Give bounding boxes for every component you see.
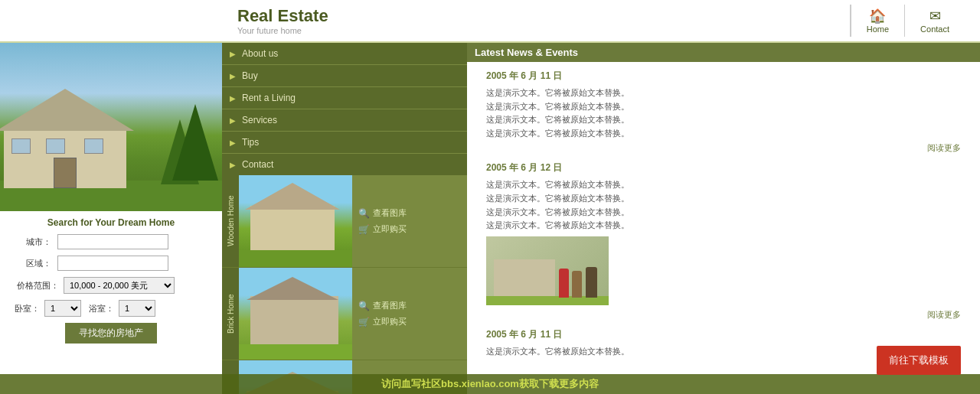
price-label: 价格范围： xyxy=(9,280,59,291)
view-gallery-1[interactable]: 🔍 查看图库 xyxy=(358,207,461,219)
cart-icon: 🛒 xyxy=(358,224,370,235)
contact-icon: ✉ xyxy=(929,8,941,24)
bedroom-label: 卧室： xyxy=(9,303,40,314)
home-card-actions-1: 🔍 查看图库 🛒 立即购买 xyxy=(352,175,467,267)
arrow-icon: ▶ xyxy=(230,50,236,58)
gallery-icon: 🔍 xyxy=(358,208,370,219)
arrow-icon: ▶ xyxy=(230,116,236,125)
news-text-1-1: 这是演示文本。它将被原始文本替换。 xyxy=(486,100,961,114)
buy-now-2[interactable]: 🛒 立即购买 xyxy=(358,316,461,327)
featured-home-3: Home xyxy=(222,360,467,394)
gallery-icon-2: 🔍 xyxy=(358,301,370,311)
arrow-icon: ▶ xyxy=(230,138,236,147)
search-button[interactable]: 寻找您的房地产 xyxy=(65,323,157,344)
news-text-2-2: 这是演示文本。它将被原始文本替换。 xyxy=(486,206,961,220)
home-icon: 🏠 xyxy=(869,8,886,24)
news-text-1-0: 这是演示文本。它将被原始文本替换。 xyxy=(486,86,961,100)
nav-contact[interactable]: ✉ Contact xyxy=(904,5,965,37)
district-label: 区域： xyxy=(9,258,51,269)
featured-home-1: Wooden Home 🔍 查看图库 🛒 立即购买 xyxy=(222,175,467,268)
search-title: Search for Your Dream Home xyxy=(9,217,213,228)
bathroom-label: 浴室： xyxy=(89,303,114,314)
nav-contact-menu[interactable]: ▶ Contact xyxy=(222,154,467,175)
header-navigation: 🏠 Home ✉ Contact xyxy=(850,5,965,37)
nav-about[interactable]: ▶ About us xyxy=(222,43,467,65)
news-date-3: 2005 年 6 月 11 日 xyxy=(486,328,961,341)
home-image-3 xyxy=(239,360,352,394)
arrow-icon: ▶ xyxy=(230,94,236,103)
home-type-label-3: Home xyxy=(222,360,239,394)
bedroom-select[interactable]: 1234 xyxy=(44,300,81,317)
nav-tips[interactable]: ▶ Tips xyxy=(222,132,467,154)
news-image-2 xyxy=(486,236,609,305)
home-image-2 xyxy=(239,268,352,360)
home-card-actions-3 xyxy=(352,360,467,394)
news-panel: Latest News & Events 2005 年 6 月 11 日 这是演… xyxy=(467,43,980,394)
city-label: 城市： xyxy=(9,236,51,248)
nav-buy[interactable]: ▶ Buy xyxy=(222,65,467,87)
news-date-2: 2005 年 6 月 12 日 xyxy=(486,161,961,174)
read-more-2[interactable]: 阅读更多 xyxy=(486,309,961,321)
news-title: Latest News & Events xyxy=(467,43,980,62)
home-type-label-2: Brick Home xyxy=(222,268,239,360)
hero-image xyxy=(0,43,222,211)
view-gallery-2[interactable]: 🔍 查看图库 xyxy=(358,300,461,311)
arrow-icon: ▶ xyxy=(230,161,236,169)
nav-home[interactable]: 🏠 Home xyxy=(851,5,904,37)
site-title: Real Estate Your future home xyxy=(237,6,328,35)
news-item-1: 2005 年 6 月 11 日 这是演示文本。它将被原始文本替换。 这是演示文本… xyxy=(479,70,969,154)
news-text-1-3: 这是演示文本。它将被原始文本替换。 xyxy=(486,127,961,141)
bathroom-select[interactable]: 1234 xyxy=(119,300,155,317)
home-image-1 xyxy=(239,175,352,267)
news-text-2-1: 这是演示文本。它将被原始文本替换。 xyxy=(486,192,961,206)
news-item-2: 2005 年 6 月 12 日 这是演示文本。它将被原始文本替换。 这是演示文本… xyxy=(479,161,969,320)
price-select[interactable]: 10,000 - 20,000 美元 xyxy=(64,277,175,294)
news-text-2-0: 这是演示文本。它将被原始文本替换。 xyxy=(486,178,961,192)
featured-home-2: Brick Home 🔍 查看图库 🛒 立即购买 xyxy=(222,268,467,360)
buy-now-1[interactable]: 🛒 立即购买 xyxy=(358,223,461,235)
main-title: Real Estate xyxy=(237,6,328,26)
cart-icon-2: 🛒 xyxy=(358,317,370,327)
city-input[interactable] xyxy=(57,234,168,249)
read-more-1[interactable]: 阅读更多 xyxy=(486,142,961,154)
site-subtitle: Your future home xyxy=(237,26,328,35)
news-date-1: 2005 年 6 月 11 日 xyxy=(486,70,961,83)
news-text-2-3: 这是演示文本。它将被原始文本替换。 xyxy=(486,219,961,233)
nav-home-label: Home xyxy=(867,24,889,34)
home-type-label-1: Wooden Home xyxy=(222,175,239,267)
home-card-actions-2: 🔍 查看图库 🛒 立即购买 xyxy=(352,268,467,360)
navigation-menu: ▶ About us ▶ Buy ▶ Rent a Living ▶ Servi… xyxy=(222,43,467,175)
download-button[interactable]: 前往下载模板 xyxy=(877,346,961,375)
nav-contact-label: Contact xyxy=(920,24,949,34)
nav-rent[interactable]: ▶ Rent a Living xyxy=(222,87,467,109)
nav-services[interactable]: ▶ Services xyxy=(222,109,467,132)
news-text-1-2: 这是演示文本。它将被原始文本替换。 xyxy=(486,113,961,127)
district-input[interactable] xyxy=(57,256,168,271)
arrow-icon: ▶ xyxy=(230,72,236,80)
